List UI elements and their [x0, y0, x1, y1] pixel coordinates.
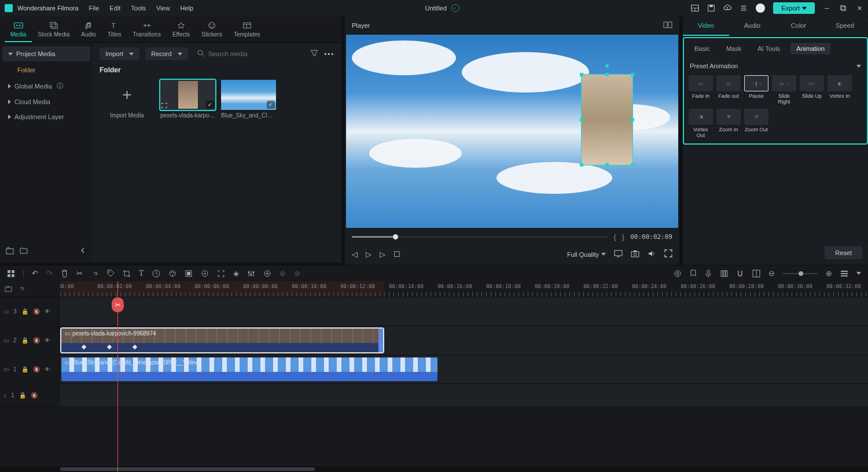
- adjust-icon[interactable]: [247, 270, 255, 278]
- export-button[interactable]: Export: [773, 2, 815, 14]
- more-tools2-icon[interactable]: ⊕: [294, 269, 300, 278]
- snap-icon[interactable]: [736, 270, 744, 278]
- expand-icon[interactable]: [217, 270, 225, 278]
- preview-canvas[interactable]: [346, 35, 678, 228]
- compare-icon[interactable]: [663, 21, 672, 30]
- menu-edit[interactable]: Edit: [109, 5, 120, 12]
- crop-icon[interactable]: [123, 270, 131, 278]
- track-size-icon[interactable]: [840, 270, 848, 277]
- render-icon[interactable]: [674, 270, 682, 278]
- anim-fade-out[interactable]: ▭Fade out: [716, 75, 741, 105]
- delete-icon[interactable]: [61, 270, 68, 278]
- zoom-out-icon[interactable]: ⊖: [768, 269, 775, 278]
- menu-icon[interactable]: [740, 4, 748, 12]
- zoom-slider[interactable]: [783, 273, 818, 274]
- anim-fade-in[interactable]: ▭Fade in: [689, 75, 713, 105]
- filter-icon[interactable]: [310, 49, 318, 58]
- track-view-icon[interactable]: [752, 270, 760, 278]
- lock-icon[interactable]: 🔒: [21, 308, 28, 315]
- close-button[interactable]: ✕: [855, 4, 863, 12]
- import-dropdown[interactable]: Import: [100, 47, 139, 60]
- ai-icon[interactable]: [263, 270, 271, 278]
- more-tools-icon[interactable]: ⊕: [279, 269, 286, 278]
- new-bin-icon[interactable]: [6, 246, 14, 256]
- playhead-handle[interactable]: ✂: [112, 297, 124, 312]
- visibility-icon[interactable]: 👁: [45, 366, 50, 373]
- subtab-animation[interactable]: Animation: [790, 43, 830, 54]
- mixer-icon[interactable]: [720, 270, 728, 278]
- play-button[interactable]: ▷: [380, 250, 385, 259]
- subtab-ai-tools[interactable]: AI Tools: [752, 43, 786, 54]
- stop-button[interactable]: ☐: [393, 250, 400, 259]
- tab-audio[interactable]: Audio: [75, 19, 102, 42]
- record-dropdown[interactable]: Record: [145, 47, 187, 60]
- collapse-sidebar-icon[interactable]: [79, 246, 87, 256]
- minimize-button[interactable]: ─: [823, 4, 831, 12]
- visibility-icon[interactable]: 👁: [45, 337, 50, 344]
- sidebar-cloud-media[interactable]: Cloud Media: [2, 94, 90, 109]
- anim-zoom-out[interactable]: ⊖Zoom Out: [744, 109, 768, 139]
- timeline-hscroll[interactable]: [60, 466, 868, 472]
- rtab-audio[interactable]: Audio: [729, 16, 775, 36]
- mute-icon[interactable]: 🔇: [33, 366, 40, 373]
- prev-frame-button[interactable]: ◁: [352, 250, 358, 259]
- anim-vortex-in[interactable]: ◐Vortex In: [827, 75, 852, 105]
- subtab-mask[interactable]: Mask: [720, 43, 747, 54]
- tab-templates[interactable]: Templates: [228, 19, 266, 42]
- link-icon[interactable]: [91, 270, 99, 278]
- voiceover-icon[interactable]: [705, 270, 712, 278]
- zoom-in-icon[interactable]: ⊕: [826, 269, 832, 278]
- mute-icon[interactable]: 🔇: [33, 337, 40, 344]
- volume-icon[interactable]: [648, 250, 656, 259]
- keyframe-icon[interactable]: ◈: [233, 269, 239, 278]
- motion-icon[interactable]: [201, 270, 209, 278]
- preset-animation-header[interactable]: Preset Animation: [689, 60, 862, 75]
- lock-icon[interactable]: 🔒: [21, 366, 28, 373]
- more-icon[interactable]: •••: [324, 50, 334, 57]
- layout-icon[interactable]: [691, 4, 699, 12]
- link-tracks-icon[interactable]: [18, 285, 25, 293]
- overlay-clip[interactable]: [581, 74, 633, 165]
- media-clip-2[interactable]: ✓ Blue_Sky_and_Clouds...: [221, 80, 276, 119]
- rtab-video[interactable]: Video: [683, 16, 729, 36]
- lock-icon[interactable]: 🔒: [21, 337, 28, 344]
- track-options-icon[interactable]: [856, 272, 861, 275]
- anim-slide-up[interactable]: ▭↑Slide Up: [800, 75, 824, 105]
- tab-transitions[interactable]: Transitions: [127, 19, 167, 42]
- text-icon[interactable]: T: [139, 269, 144, 278]
- timeline-clip-1[interactable]: ▭pexels-vlada-karpovich-9968974: [61, 329, 383, 352]
- tab-titles[interactable]: TTitles: [102, 19, 127, 42]
- subtab-basic[interactable]: Basic: [689, 43, 716, 54]
- reset-button[interactable]: Reset: [825, 246, 862, 259]
- anim-pause[interactable]: →‖→Pause: [744, 75, 768, 105]
- time-ruler[interactable]: 00:00 00:00:02:00 00:00:04:00 00:00:06:0…: [60, 281, 868, 297]
- split-icon[interactable]: ✂: [76, 269, 83, 278]
- tab-stock-media[interactable]: Stock Media: [32, 19, 75, 42]
- menu-tools[interactable]: Tools: [131, 5, 146, 12]
- tab-stickers[interactable]: Stickers: [196, 19, 228, 42]
- redo-icon[interactable]: ↷: [46, 269, 53, 278]
- greenscreen-icon[interactable]: [185, 270, 193, 278]
- color-icon[interactable]: [168, 270, 176, 278]
- menu-help[interactable]: Help: [181, 5, 194, 12]
- anim-slide-right[interactable]: ▭→Slide Right: [772, 75, 796, 105]
- mark-out-icon[interactable]: }: [622, 233, 624, 241]
- insert-track-icon[interactable]: [5, 285, 12, 293]
- tab-effects[interactable]: Effects: [167, 19, 196, 42]
- mark-in-icon[interactable]: {: [613, 233, 616, 241]
- avatar[interactable]: [756, 3, 765, 13]
- sidebar-folder[interactable]: Folder: [2, 62, 90, 78]
- search-input[interactable]: [208, 50, 301, 57]
- menu-file[interactable]: File: [89, 5, 100, 12]
- fullscreen-icon[interactable]: [664, 249, 672, 259]
- sidebar-global-media[interactable]: Global Mediaⓘ: [2, 78, 90, 94]
- quality-dropdown[interactable]: Full Quality: [567, 251, 606, 258]
- undo-icon[interactable]: ↶: [32, 269, 38, 278]
- scrub-bar[interactable]: [352, 236, 608, 238]
- sidebar-adjustment-layer[interactable]: Adjustment Layer: [2, 109, 90, 124]
- tag-icon[interactable]: [107, 270, 115, 277]
- mute-icon[interactable]: 🔇: [33, 308, 40, 315]
- rtab-speed[interactable]: Speed: [822, 16, 868, 36]
- visibility-icon[interactable]: 👁: [45, 308, 50, 315]
- anim-vortex-out[interactable]: ◑Vortex Out: [689, 109, 713, 139]
